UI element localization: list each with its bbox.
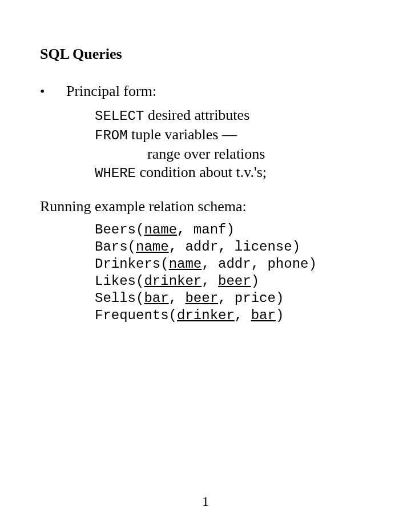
key-attr-2: beer (185, 291, 218, 306)
where-keyword: WHERE (95, 166, 136, 181)
schema-line-likes: Likes(drinker, beer) (95, 273, 371, 290)
select-line: SELECT desired attributes (95, 106, 371, 126)
schema-subhead: Running example relation schema: (40, 198, 371, 216)
rest-attrs: ) (276, 308, 284, 323)
rel-name: Beers( (95, 222, 144, 237)
from-rest: tuple variables — (128, 126, 237, 143)
rest-attrs: , manf) (177, 222, 235, 237)
page: SQL Queries • Principal form: SELECT des… (0, 0, 411, 532)
key-attr-2: beer (218, 273, 251, 289)
rel-name: Sells( (95, 291, 144, 306)
principal-form-block: SELECT desired attributes FROM tuple var… (95, 106, 371, 183)
from-line: FROM tuple variables — (95, 126, 371, 145)
sep: , (169, 291, 186, 306)
sep: , (235, 308, 251, 323)
rel-name: Drinkers( (95, 256, 169, 272)
page-title: SQL Queries (40, 46, 371, 63)
rel-name: Likes( (95, 273, 144, 289)
key-attr: name (169, 256, 202, 272)
page-number: 1 (0, 494, 411, 509)
rest-attrs: ) (251, 273, 259, 289)
principal-form-row: • Principal form: (40, 82, 371, 100)
key-attr-2: bar (251, 308, 276, 323)
range-line: range over relations (95, 145, 371, 163)
principal-form-label: Principal form: (66, 82, 156, 100)
key-attr: name (144, 222, 177, 237)
schema-line-bars: Bars(name, addr, license) (95, 239, 371, 256)
key-attr: drinker (177, 308, 235, 323)
range-text: range over relations (147, 146, 265, 162)
where-rest: condition about t.v.'s; (136, 164, 267, 180)
schema-line-drinkers: Drinkers(name, addr, phone) (95, 256, 371, 273)
rest-attrs: , addr, phone) (202, 256, 317, 272)
select-keyword: SELECT (95, 108, 144, 124)
schema-line-frequents: Frequents(drinker, bar) (95, 307, 371, 324)
where-line: WHERE condition about t.v.'s; (95, 163, 371, 183)
key-attr: name (136, 239, 169, 255)
key-attr: drinker (144, 273, 202, 289)
from-keyword: FROM (95, 128, 128, 143)
select-rest: desired attributes (144, 107, 249, 123)
bullet-icon: • (40, 82, 66, 100)
schema-line-sells: Sells(bar, beer, price) (95, 290, 371, 307)
schema-block: Beers(name, manf) Bars(name, addr, licen… (95, 221, 371, 324)
rel-name: Bars( (95, 239, 136, 255)
rest-attrs: , addr, license) (169, 239, 300, 255)
key-attr: bar (144, 291, 168, 306)
rel-name: Frequents( (95, 308, 177, 323)
sep: , (202, 273, 218, 289)
schema-line-beers: Beers(name, manf) (95, 221, 371, 239)
rest-attrs: , price) (218, 291, 284, 306)
